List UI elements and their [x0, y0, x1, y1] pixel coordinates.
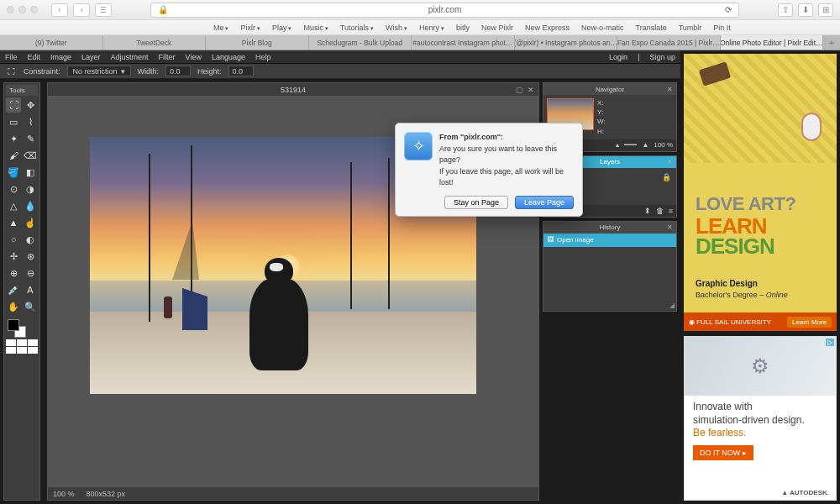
- tool-brush[interactable]: 🖌: [6, 148, 21, 163]
- browser-tab[interactable]: (9) Twitter: [0, 35, 103, 50]
- tool-blur[interactable]: 💧: [23, 198, 38, 213]
- bookmark-item[interactable]: Tumblr: [679, 24, 702, 32]
- leave-button[interactable]: Leave Page: [515, 196, 574, 209]
- tool-eraser[interactable]: ⌫: [23, 148, 38, 163]
- menu-language[interactable]: Language: [212, 53, 245, 61]
- panel-close-icon[interactable]: ✕: [667, 158, 673, 165]
- width-input[interactable]: 0.0: [165, 66, 191, 76]
- tool-move[interactable]: ✥: [23, 97, 38, 113]
- foreground-swatch[interactable]: [8, 319, 19, 331]
- tool-bucket[interactable]: 🪣: [6, 165, 21, 180]
- menu-adjustment[interactable]: Adjustment: [111, 53, 149, 61]
- tool-gradient[interactable]: ◧: [23, 165, 38, 180]
- tabs-button[interactable]: ⊞: [818, 3, 833, 17]
- menu-view[interactable]: View: [186, 53, 202, 61]
- bookmark-item[interactable]: Henry: [419, 24, 444, 32]
- close-icon[interactable]: ✕: [527, 86, 535, 94]
- stay-button[interactable]: Stay on Page: [444, 196, 508, 209]
- tab-bar: (9) Twitter TweetDeck Pixlr Blog Schedug…: [0, 35, 840, 50]
- browser-tab[interactable]: (@pixlr) • Instagram photos an…: [515, 35, 618, 50]
- history-panel: History✕ 🖼 Open image ◢: [543, 221, 677, 312]
- browser-tab-active[interactable]: Online Photo Editor | Pixlr Edit…: [721, 35, 824, 50]
- back-button[interactable]: ‹: [51, 3, 68, 17]
- share-button[interactable]: ⇪: [778, 3, 793, 17]
- constraint-dropdown[interactable]: No restriction▾: [67, 66, 131, 76]
- menu-filter[interactable]: Filter: [159, 53, 176, 61]
- menu-image[interactable]: Image: [50, 53, 71, 61]
- bookmark-item[interactable]: New Express: [525, 24, 570, 32]
- delete-layer-icon[interactable]: 🗑: [656, 207, 664, 215]
- bookmark-item[interactable]: bitly: [456, 24, 470, 32]
- tool-smudge[interactable]: ☝: [23, 215, 38, 230]
- tool-zoom[interactable]: 🔍: [23, 299, 38, 314]
- zoom-out-icon[interactable]: ▴: [616, 141, 619, 149]
- merge-icon[interactable]: ⬍: [644, 207, 651, 215]
- sidebar-button[interactable]: ☰: [95, 3, 112, 17]
- bookmark-item[interactable]: New-o-matic: [581, 24, 624, 32]
- address-bar[interactable]: 🔒 pixlr.com ⟳: [150, 3, 739, 18]
- bookmark-item[interactable]: Tutorials: [340, 24, 374, 32]
- panel-close-icon[interactable]: ✕: [667, 86, 673, 93]
- menu-help[interactable]: Help: [255, 53, 271, 61]
- bookmark-item[interactable]: Play: [272, 24, 291, 32]
- lock-icon[interactable]: 🔒: [662, 173, 671, 181]
- tool-draw[interactable]: △: [6, 198, 21, 213]
- reload-icon[interactable]: ⟳: [725, 5, 732, 14]
- history-item[interactable]: 🖼 Open image: [543, 234, 676, 247]
- tool-wand[interactable]: ✦: [6, 131, 21, 146]
- tool-clone[interactable]: ⊙: [6, 181, 21, 197]
- tool-replace[interactable]: ◑: [23, 181, 38, 197]
- tool-crop[interactable]: ⛶: [6, 97, 21, 113]
- panel-close-icon[interactable]: ✕: [667, 223, 673, 231]
- tool-spot[interactable]: ⊛: [23, 249, 38, 264]
- window-traffic-lights[interactable]: [7, 6, 38, 13]
- tool-hand[interactable]: ✋: [6, 299, 21, 314]
- menu-edit[interactable]: Edit: [28, 53, 41, 61]
- zoom-slider[interactable]: ━━━: [624, 141, 637, 149]
- tool-marquee[interactable]: ▭: [6, 114, 21, 129]
- tool-bloat[interactable]: ⊕: [6, 265, 21, 281]
- bookmark-item[interactable]: Translate: [635, 24, 666, 32]
- tool-type[interactable]: A: [23, 282, 38, 297]
- tool-pencil[interactable]: ✎: [23, 131, 38, 146]
- signup-link[interactable]: Sign up: [649, 53, 675, 61]
- new-tab-button[interactable]: ＋: [823, 35, 840, 50]
- zoom-in-icon[interactable]: ▲: [642, 141, 648, 149]
- browser-tab[interactable]: Pixlr Blog: [206, 35, 309, 50]
- ad-fullsail[interactable]: LOVE ART? LEARN DESIGN Graphic Design Ba…: [684, 54, 837, 331]
- tool-picker[interactable]: 💉: [6, 282, 21, 297]
- bookmark-item[interactable]: Me: [213, 24, 228, 32]
- tool-pinch[interactable]: ⊖: [23, 265, 38, 281]
- browser-tab[interactable]: #autocontrast Instagram phot…: [412, 35, 515, 50]
- mini-palette[interactable]: [6, 339, 38, 354]
- bookmark-item[interactable]: New Pixlr: [481, 24, 513, 32]
- menu-layer[interactable]: Layer: [81, 53, 101, 61]
- bookmark-item[interactable]: Pixlr: [240, 24, 260, 32]
- layer-settings-icon[interactable]: ≡: [669, 207, 673, 215]
- bookmark-item[interactable]: Pin It: [713, 24, 731, 32]
- learn-more-button[interactable]: Learn More: [787, 317, 832, 328]
- do-it-now-button[interactable]: DO IT NOW ▸: [693, 445, 753, 460]
- browser-tab[interactable]: Schedugram - Bulk Upload: [309, 35, 412, 50]
- login-link[interactable]: Login: [609, 53, 627, 61]
- document-titlebar[interactable]: 531914 ▢✕: [47, 82, 539, 96]
- bookmark-item[interactable]: Music: [303, 24, 328, 32]
- browser-tab[interactable]: TweetDeck: [103, 35, 207, 50]
- downloads-button[interactable]: ⬇: [798, 3, 813, 17]
- forward-button[interactable]: ›: [73, 3, 90, 17]
- color-swatches[interactable]: [6, 318, 38, 336]
- adchoices-icon[interactable]: ▷: [826, 339, 834, 346]
- tool-sponge[interactable]: ○: [6, 232, 21, 247]
- tool-dodge[interactable]: ◐: [23, 232, 38, 247]
- browser-tab[interactable]: Fan Expo Canada 2015 | Pixlr…: [617, 35, 721, 50]
- maximize-icon[interactable]: ▢: [515, 86, 523, 94]
- tool-sharpen[interactable]: ▲: [6, 215, 21, 230]
- height-input[interactable]: 0.0: [228, 66, 254, 76]
- tool-redeye[interactable]: ✢: [6, 249, 21, 264]
- resize-handle-icon[interactable]: ◢: [669, 302, 675, 309]
- menu-file[interactable]: File: [5, 53, 18, 61]
- tool-lasso[interactable]: ⌇: [23, 114, 38, 129]
- bookmark-item[interactable]: Wish: [386, 24, 407, 32]
- ad-autodesk[interactable]: ▷ ⚙ Innovate withsimulation-driven desig…: [684, 336, 837, 501]
- zoom-level[interactable]: 100 %: [53, 490, 75, 498]
